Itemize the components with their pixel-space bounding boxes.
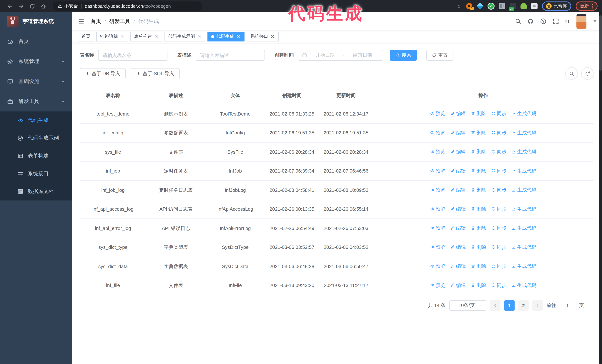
address-bar[interactable]: 不安全 dashboard.yudao.iocoder.cn/tool/code…: [53, 1, 202, 11]
action-preview-link[interactable]: 预览: [430, 148, 445, 155]
action-preview-link[interactable]: 预览: [430, 243, 445, 250]
action-edit-link[interactable]: 编辑: [451, 186, 466, 193]
action-generate-code-link[interactable]: 生成代码: [512, 129, 537, 136]
browser-forward-icon[interactable]: [18, 3, 24, 9]
tab-codegen[interactable]: 代码生成: [207, 32, 245, 41]
sidebar-item-system[interactable]: 系统管理: [0, 52, 72, 72]
help-icon[interactable]: [540, 18, 547, 24]
bookmark-star-icon[interactable]: ☆: [456, 3, 462, 9]
goto-page-input[interactable]: [559, 300, 576, 311]
extension-columns-icon[interactable]: [499, 3, 505, 9]
action-sync-link[interactable]: 同步: [491, 205, 506, 212]
sidebar-subitem-codegen-example[interactable]: 代码生成示例: [0, 129, 72, 147]
tab-close-icon[interactable]: [120, 34, 124, 39]
breadcrumb-devtools[interactable]: 研发工具: [109, 18, 130, 25]
page-button-2[interactable]: 2: [518, 300, 529, 311]
action-delete-link[interactable]: 删除: [471, 110, 486, 117]
action-delete-link[interactable]: 删除: [471, 129, 486, 136]
action-delete-link[interactable]: 删除: [471, 262, 486, 270]
tab-codegen-example[interactable]: 代码生成示例: [164, 32, 205, 41]
tab-form-build[interactable]: 表单构建: [130, 32, 162, 41]
extension-check-icon[interactable]: ✓: [487, 3, 494, 10]
tab-close-icon[interactable]: [236, 34, 241, 39]
action-sync-link[interactable]: 同步: [491, 224, 506, 231]
extension-cloudflare-icon[interactable]: 1: [466, 3, 472, 9]
action-edit-link[interactable]: 编辑: [451, 205, 466, 212]
extension-gem-icon[interactable]: [476, 3, 483, 10]
action-preview-link[interactable]: 预览: [430, 282, 445, 289]
sidebar-item-devtools[interactable]: 研发工具: [0, 92, 72, 112]
sidebar-subitem-system-api[interactable]: 系统接口: [0, 165, 72, 183]
action-preview-link[interactable]: 预览: [430, 110, 445, 117]
next-page-button[interactable]: [532, 300, 543, 311]
action-sync-link[interactable]: 同步: [491, 262, 506, 270]
avatar-caret-down-icon[interactable]: [593, 20, 596, 22]
action-edit-link[interactable]: 编辑: [451, 129, 466, 136]
action-edit-link[interactable]: 编辑: [451, 224, 466, 231]
browser-reload-icon[interactable]: [29, 3, 35, 9]
fullscreen-icon[interactable]: [553, 18, 559, 24]
browser-update-button[interactable]: 更新: [576, 1, 598, 11]
action-sync-link[interactable]: 同步: [491, 129, 506, 136]
action-sync-link[interactable]: 同步: [491, 167, 506, 174]
action-preview-link[interactable]: 预览: [430, 167, 445, 174]
prev-page-button[interactable]: [490, 300, 501, 311]
import-db-button[interactable]: 基于 DB 导入: [80, 68, 126, 79]
window-scrollbar[interactable]: [599, 12, 602, 364]
action-generate-code-link[interactable]: 生成代码: [512, 110, 537, 117]
sidebar-subitem-db-doc[interactable]: 数据库文档: [0, 183, 72, 200]
profile-paused-badge[interactable]: 已暂停: [542, 1, 571, 11]
page-button-1[interactable]: 1: [504, 300, 515, 311]
action-edit-link[interactable]: 编辑: [451, 148, 466, 155]
action-edit-link[interactable]: 编辑: [451, 243, 466, 250]
action-generate-code-link[interactable]: 生成代码: [512, 243, 537, 250]
tab-home[interactable]: 首页: [78, 32, 94, 41]
tab-close-icon[interactable]: [154, 34, 159, 39]
action-generate-code-link[interactable]: 生成代码: [512, 148, 537, 155]
tab-system-api[interactable]: 系统接口: [247, 32, 279, 41]
action-delete-link[interactable]: 删除: [471, 186, 486, 193]
breadcrumb-home[interactable]: 首页: [91, 18, 101, 25]
reset-button[interactable]: 重置: [426, 50, 453, 61]
extensions-puzzle-icon[interactable]: [531, 3, 537, 9]
action-preview-link[interactable]: 预览: [430, 129, 445, 136]
action-delete-link[interactable]: 删除: [471, 205, 486, 212]
tab-tracing[interactable]: 链路追踪: [96, 32, 128, 41]
action-delete-link[interactable]: 删除: [471, 148, 486, 155]
tab-close-icon[interactable]: [197, 34, 202, 39]
browser-menu-icon[interactable]: [592, 4, 593, 9]
sidebar-item-home[interactable]: 首页: [0, 31, 72, 52]
extension-key-icon[interactable]: [520, 3, 527, 9]
action-generate-code-link[interactable]: 生成代码: [512, 262, 537, 270]
action-delete-link[interactable]: 删除: [471, 282, 486, 289]
table-desc-input[interactable]: [196, 50, 265, 61]
table-name-input[interactable]: [98, 50, 167, 61]
create-time-range-picker[interactable]: 开始日期 - 结束日期: [298, 50, 383, 61]
browser-back-icon[interactable]: [7, 3, 13, 9]
action-generate-code-link[interactable]: 生成代码: [512, 167, 537, 174]
not-secure-label[interactable]: 不安全: [64, 3, 78, 9]
action-preview-link[interactable]: 预览: [430, 205, 445, 212]
action-preview-link[interactable]: 预览: [430, 262, 445, 270]
sidebar-subitem-codegen[interactable]: 代码生成: [0, 112, 72, 129]
app-logo-row[interactable]: 芋道管理系统: [0, 12, 72, 31]
github-icon[interactable]: [527, 18, 534, 24]
action-sync-link[interactable]: 同步: [491, 243, 506, 250]
scrollbar-thumb[interactable]: [599, 15, 602, 71]
action-generate-code-link[interactable]: 生成代码: [512, 282, 537, 289]
browser-home-icon[interactable]: [40, 3, 46, 9]
action-edit-link[interactable]: 编辑: [451, 262, 466, 270]
action-generate-code-link[interactable]: 生成代码: [512, 224, 537, 231]
action-edit-link[interactable]: 编辑: [451, 282, 466, 289]
extension-switch-icon[interactable]: on: [510, 3, 516, 9]
action-sync-link[interactable]: 同步: [491, 110, 506, 117]
action-generate-code-link[interactable]: 生成代码: [512, 186, 537, 193]
import-sql-button[interactable]: 基于 SQL 导入: [131, 68, 180, 79]
action-preview-link[interactable]: 预览: [430, 224, 445, 231]
header-search-icon[interactable]: [515, 18, 521, 24]
sidebar-item-infra[interactable]: 基础设施: [0, 72, 72, 92]
tab-close-icon[interactable]: [270, 34, 275, 39]
sidebar-subitem-form-build[interactable]: 表单构建: [0, 147, 72, 165]
action-edit-link[interactable]: 编辑: [451, 110, 466, 117]
refresh-table-button[interactable]: [581, 67, 593, 80]
